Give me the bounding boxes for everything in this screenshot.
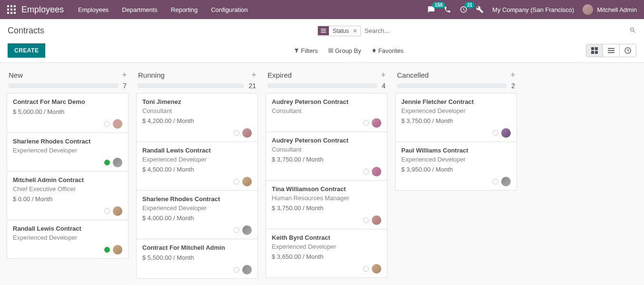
card-footer bbox=[401, 177, 511, 186]
card-footer bbox=[142, 128, 252, 138]
groupby-dropdown[interactable]: Group By bbox=[328, 47, 361, 54]
column-title[interactable]: New bbox=[9, 71, 122, 79]
card-avatar[interactable] bbox=[501, 177, 511, 186]
card-wage: $ 5,000.00 / Month bbox=[13, 108, 122, 115]
kanban-card[interactable]: Toni JimenezConsultant$ 4,200.00 / Month bbox=[136, 93, 258, 142]
search-options: Filters Group By Favorites bbox=[228, 47, 404, 54]
status-dot[interactable] bbox=[363, 217, 369, 223]
nav-reporting[interactable]: Reporting bbox=[171, 6, 198, 13]
kanban-card[interactable]: Contract For Marc Demo$ 5,000.00 / Month bbox=[7, 93, 129, 133]
kanban-card[interactable]: Sharlene Rhodes ContractExperienced Deve… bbox=[136, 190, 258, 239]
column-progress-bar[interactable] bbox=[397, 83, 506, 88]
svg-rect-18 bbox=[595, 51, 598, 54]
search-icon[interactable] bbox=[629, 27, 636, 35]
nav-configuration[interactable]: Configuration bbox=[211, 6, 248, 13]
status-dot[interactable] bbox=[104, 208, 110, 214]
list-view-button[interactable] bbox=[603, 44, 619, 57]
kanban-card[interactable]: Mitchell Admin ContractChief Executive O… bbox=[7, 171, 129, 220]
svg-rect-13 bbox=[328, 50, 333, 51]
messages-badge: 158 bbox=[432, 2, 445, 8]
phone-icon[interactable] bbox=[444, 6, 451, 13]
kanban-view-button[interactable] bbox=[586, 44, 603, 57]
column-title[interactable]: Cancelled bbox=[397, 71, 511, 79]
card-avatar[interactable] bbox=[372, 215, 381, 225]
card-avatar[interactable] bbox=[113, 206, 122, 216]
kanban-card[interactable]: Randall Lewis ContractExperienced Develo… bbox=[7, 220, 129, 259]
kanban-card[interactable]: Audrey Peterson ContractConsultant$ 3,75… bbox=[266, 132, 387, 181]
kanban-card[interactable]: Contract For Mitchell Admin$ 5,500.00 / … bbox=[136, 239, 258, 279]
status-dot[interactable] bbox=[363, 169, 369, 174]
column-add-button[interactable]: + bbox=[511, 71, 515, 79]
card-avatar[interactable] bbox=[242, 225, 252, 235]
card-title: Audrey Peterson Contract bbox=[272, 137, 381, 144]
status-dot[interactable] bbox=[104, 121, 110, 127]
nav-employees[interactable]: Employees bbox=[78, 6, 109, 13]
status-dot[interactable] bbox=[104, 160, 110, 165]
card-avatar[interactable] bbox=[113, 119, 122, 129]
status-dot[interactable] bbox=[104, 247, 110, 253]
column-title[interactable]: Expired bbox=[268, 71, 381, 79]
status-dot[interactable] bbox=[234, 267, 239, 273]
card-wage: $ 3,750.00 / Month bbox=[272, 204, 381, 212]
filters-dropdown[interactable]: Filters bbox=[294, 47, 317, 54]
card-footer bbox=[272, 118, 381, 128]
create-button[interactable]: CREATE bbox=[8, 43, 45, 58]
card-avatar[interactable] bbox=[242, 265, 252, 275]
company-selector[interactable]: My Company (San Francisco) bbox=[492, 6, 574, 13]
svg-rect-2 bbox=[14, 5, 16, 7]
activity-view-button[interactable] bbox=[619, 44, 636, 57]
svg-rect-3 bbox=[7, 9, 9, 10]
messages-icon[interactable]: 158 bbox=[427, 6, 435, 13]
kanban-card[interactable]: Jennie Fletcher ContractExperienced Deve… bbox=[395, 93, 517, 142]
svg-rect-15 bbox=[591, 47, 594, 50]
card-avatar[interactable] bbox=[113, 245, 122, 254]
app-brand[interactable]: Employees bbox=[21, 5, 64, 15]
column-add-button[interactable]: + bbox=[381, 71, 386, 79]
view-switcher bbox=[586, 44, 636, 57]
column-add-button[interactable]: + bbox=[122, 71, 127, 79]
favorites-dropdown[interactable]: Favorites bbox=[372, 47, 404, 54]
svg-rect-9 bbox=[321, 29, 326, 29]
card-avatar[interactable] bbox=[113, 158, 122, 167]
user-menu[interactable]: Mitchell Admin bbox=[583, 4, 637, 15]
kanban-card[interactable]: Audrey Peterson ContractConsultant bbox=[266, 93, 387, 132]
apps-icon[interactable] bbox=[7, 5, 16, 14]
column-title[interactable]: Running bbox=[138, 71, 252, 79]
activity-icon[interactable]: 31 bbox=[460, 6, 467, 13]
status-dot[interactable] bbox=[234, 130, 239, 136]
svg-rect-19 bbox=[608, 48, 614, 49]
status-dot[interactable] bbox=[234, 179, 239, 184]
card-avatar[interactable] bbox=[372, 264, 381, 274]
column-progress-bar[interactable] bbox=[268, 83, 377, 88]
settings-icon[interactable] bbox=[476, 6, 484, 13]
kanban-card[interactable]: Tina Williamson ContractHuman Resources … bbox=[266, 180, 387, 229]
card-avatar[interactable] bbox=[242, 177, 252, 186]
nav-departments[interactable]: Departments bbox=[122, 6, 157, 13]
card-footer bbox=[13, 245, 122, 254]
kanban-card[interactable]: Paul Williams ContractExperienced Develo… bbox=[395, 142, 517, 191]
status-dot[interactable] bbox=[493, 179, 498, 184]
column-progress-bar[interactable] bbox=[9, 83, 118, 88]
card-avatar[interactable] bbox=[242, 128, 252, 138]
column-progress-bar[interactable] bbox=[138, 83, 244, 88]
card-footer bbox=[13, 206, 122, 216]
status-dot[interactable] bbox=[234, 227, 239, 233]
card-subtitle: Experienced Developer bbox=[13, 234, 122, 241]
card-avatar[interactable] bbox=[501, 128, 511, 138]
kanban-card[interactable]: Sharlene Rhodes ContractExperienced Deve… bbox=[7, 132, 129, 172]
card-avatar[interactable] bbox=[372, 167, 381, 176]
facet-remove[interactable]: ✕ bbox=[353, 26, 360, 36]
column-progress-row: 4 bbox=[266, 81, 387, 93]
svg-rect-17 bbox=[591, 51, 594, 54]
column-add-button[interactable]: + bbox=[252, 71, 256, 79]
kanban-card[interactable]: Randall Lewis ContractExperienced Develo… bbox=[136, 142, 258, 191]
card-footer bbox=[142, 177, 252, 186]
svg-rect-5 bbox=[14, 9, 16, 10]
card-title: Randall Lewis Contract bbox=[142, 147, 252, 154]
search-input[interactable] bbox=[361, 25, 629, 37]
status-dot[interactable] bbox=[363, 266, 369, 272]
card-avatar[interactable] bbox=[372, 118, 381, 128]
status-dot[interactable] bbox=[363, 120, 369, 126]
status-dot[interactable] bbox=[493, 130, 498, 136]
kanban-card[interactable]: Keith Byrd ContractExperienced Developer… bbox=[266, 229, 387, 278]
